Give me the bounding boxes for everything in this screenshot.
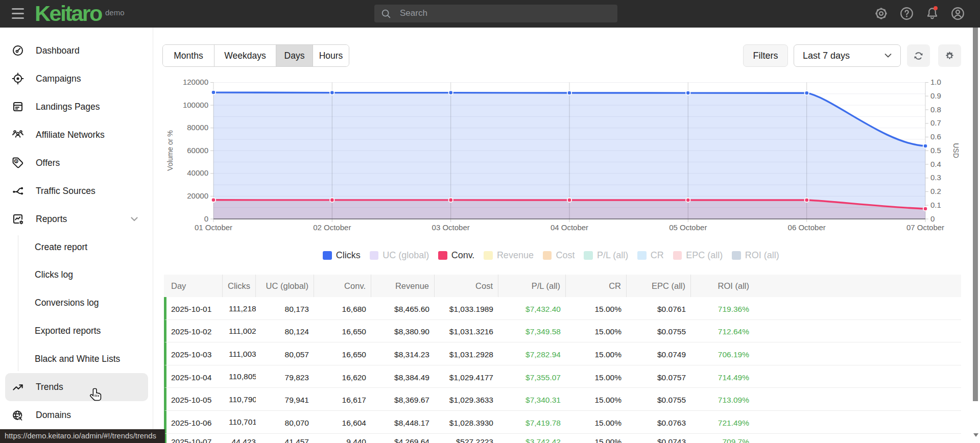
svg-text:60000: 60000 — [187, 146, 208, 155]
svg-text:07 October: 07 October — [906, 223, 944, 232]
svg-text:Volume or %: Volume or % — [166, 130, 174, 170]
svg-text:06 October: 06 October — [788, 223, 826, 232]
svg-text:01 October: 01 October — [195, 223, 232, 232]
svg-text:1.0: 1.0 — [930, 78, 941, 86]
svg-text:0.9: 0.9 — [930, 91, 941, 100]
svg-text:100000: 100000 — [183, 101, 208, 109]
svg-text:USD: USD — [952, 143, 960, 158]
svg-text:80000: 80000 — [187, 123, 208, 132]
svg-text:0: 0 — [204, 214, 208, 223]
svg-text:40000: 40000 — [187, 168, 208, 177]
svg-text:0.7: 0.7 — [930, 118, 941, 127]
svg-text:02 October: 02 October — [313, 223, 351, 232]
svg-text:0.8: 0.8 — [930, 105, 941, 114]
svg-text:04 October: 04 October — [551, 223, 588, 232]
svg-text:0.3: 0.3 — [930, 173, 941, 182]
svg-text:03 October: 03 October — [432, 223, 470, 232]
svg-text:0.1: 0.1 — [930, 201, 941, 209]
svg-text:05 October: 05 October — [669, 223, 707, 232]
svg-text:120000: 120000 — [183, 78, 208, 86]
svg-text:$: $ — [15, 159, 17, 163]
svg-text:0.6: 0.6 — [930, 132, 941, 141]
svg-text:0.5: 0.5 — [930, 146, 941, 155]
svg-text:20000: 20000 — [187, 191, 208, 200]
svg-text:0.2: 0.2 — [930, 187, 941, 195]
svg-text:0: 0 — [930, 214, 935, 223]
svg-text:0.4: 0.4 — [930, 160, 941, 168]
